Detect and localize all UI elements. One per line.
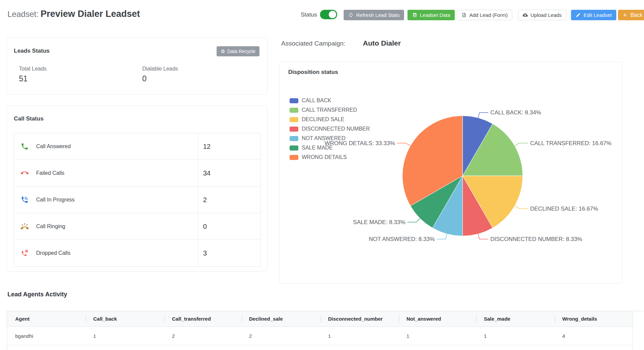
table-cell: 2 xyxy=(242,327,321,345)
pie-slice xyxy=(463,124,523,176)
page-title-prefix: Leadset: xyxy=(7,9,39,19)
call-status-value: 34 xyxy=(198,160,261,187)
call-in-progress-icon xyxy=(21,196,29,204)
dropped-calls-icon xyxy=(21,249,29,257)
button-label: Back xyxy=(630,12,643,18)
pie-label-leader-line xyxy=(515,143,528,146)
leads-status-card: Leads Status ♻ Data Recycle Total Leads … xyxy=(7,37,268,95)
data-recycle-button[interactable]: ♻ Data Recycle xyxy=(217,46,259,56)
columns-panel-strip[interactable]: Columns xyxy=(633,311,644,350)
status-toggle[interactable] xyxy=(320,10,337,19)
legend-item[interactable]: WRONG DETAILS xyxy=(290,154,370,161)
pie-slice xyxy=(463,176,523,228)
pie-label-leader-line xyxy=(397,143,411,146)
table-cell: 1 xyxy=(399,327,476,345)
call-status-value: 2 xyxy=(198,187,261,213)
associated-campaign-label: Associated Campaign: xyxy=(281,40,345,47)
call-answered-icon xyxy=(21,142,29,151)
call-ringing-icon xyxy=(21,222,29,231)
leads-status-title: Leads Status xyxy=(14,48,50,54)
button-label: Edit Leadset xyxy=(584,12,612,18)
call-status-label: Call In Progress xyxy=(36,197,75,203)
legend-swatch xyxy=(290,117,298,122)
legend-item[interactable]: SALE MADE xyxy=(290,144,370,151)
agents-column-header[interactable]: Call_back xyxy=(86,311,165,327)
legend-label: NOT ANSWERED xyxy=(302,135,346,141)
agents-column-header[interactable]: Not_answered xyxy=(399,311,476,327)
legend-swatch xyxy=(290,98,298,103)
button-label: Add Lead (Form) xyxy=(469,12,507,18)
legend-swatch xyxy=(290,155,298,160)
call-status-row: Dropped Calls3 xyxy=(14,240,261,267)
legend-item[interactable]: CALL TRANSFERRED xyxy=(290,107,370,113)
table-cell: 1 xyxy=(321,327,399,345)
disposition-pie-chart: CALL BACK: 8.34%CALL TRANSFERRED: 16.67%… xyxy=(279,62,622,283)
agents-column-header[interactable]: Declined_sale xyxy=(242,311,321,327)
page-title-name: Preview Dialer Leadset xyxy=(41,9,140,19)
total-leads-value: 51 xyxy=(19,74,47,83)
total-leads-label: Total Leads xyxy=(19,66,47,72)
pie-label-leader-line xyxy=(478,234,488,239)
pie-slice xyxy=(402,116,463,206)
table-row-empty xyxy=(7,345,633,350)
call-status-label: Failed Calls xyxy=(36,170,65,176)
legend-item[interactable]: NOT ANSWERED xyxy=(290,135,370,142)
refresh-lead-stats-button[interactable]: Refresh Lead Stats xyxy=(344,10,404,20)
pie-slice xyxy=(463,176,493,236)
upload-leads-button[interactable]: Upload Leads xyxy=(518,10,567,20)
legend-item[interactable]: CALL BACK xyxy=(290,97,370,104)
call-status-title: Call Status xyxy=(14,115,44,122)
table-cell: 2 xyxy=(165,327,242,345)
legend-label: SALE MADE xyxy=(302,145,333,151)
edit-leadset-button[interactable]: Edit Leadset xyxy=(571,10,616,20)
file-plus-icon xyxy=(462,12,467,18)
call-status-label: Dropped Calls xyxy=(36,250,70,256)
pie-label-leader-line xyxy=(437,234,447,239)
pie-slice-label: CALL BACK: 8.34% xyxy=(490,109,541,116)
button-label: Data Recycle xyxy=(227,49,255,54)
lead-agents-activity-title: Lead Agents Activity xyxy=(7,291,67,298)
call-status-label: Call Answered xyxy=(36,143,71,150)
call-status-value: 12 xyxy=(198,133,261,160)
pie-legend: CALL BACKCALL TRANSFERREDDECLINED SALEDI… xyxy=(290,97,370,161)
pencil-icon xyxy=(576,12,581,18)
button-label: Upload Leads xyxy=(530,12,562,18)
call-status-label: Call Ringing xyxy=(36,223,65,230)
pie-slice-label: CALL TRANSFERRED: 16.67% xyxy=(530,140,612,146)
add-lead-form-button[interactable]: Add Lead (Form) xyxy=(457,10,512,20)
legend-label: CALL BACK xyxy=(302,98,331,104)
back-button[interactable]: Back xyxy=(618,10,644,20)
legend-swatch xyxy=(290,136,298,141)
leadset-data-button[interactable]: Leadset Data xyxy=(407,10,455,20)
table-row[interactable]: bgandhi1221114 xyxy=(7,327,633,345)
pie-slice xyxy=(432,176,463,236)
total-leads-stat: Total Leads 51 xyxy=(19,66,47,83)
agents-column-header[interactable]: Wrong_details xyxy=(555,311,633,327)
refresh-icon xyxy=(348,12,353,18)
legend-label: DECLINED SALE xyxy=(302,116,344,123)
disposition-status-title: Disposition status xyxy=(288,69,338,76)
leadset-detail-page: Leadset:Preview Dialer Leadset Status Re… xyxy=(0,0,644,350)
call-status-value: 3 xyxy=(198,240,261,267)
disposition-status-card: Disposition status CALL BACKCALL TRANSFE… xyxy=(279,62,622,284)
agents-column-header[interactable]: Disconnected_number xyxy=(321,311,399,327)
page-title: Leadset:Preview Dialer Leadset xyxy=(7,9,140,19)
table-cell: bgandhi xyxy=(7,327,86,345)
call-status-table: Call Answered12Failed Calls34Call In Pro… xyxy=(14,133,261,267)
pie-slice-label: DISCONNECTED NUMBER: 8.33% xyxy=(490,236,582,242)
agents-column-header[interactable]: Call_transferred xyxy=(165,311,242,327)
call-status-card: Call Status Call Answered12Failed Calls3… xyxy=(7,106,268,272)
pie-slice xyxy=(411,176,463,228)
button-label: Refresh Lead Stats xyxy=(356,12,399,18)
legend-item[interactable]: DECLINED SALE xyxy=(290,116,370,123)
cloud-upload-icon xyxy=(523,12,528,18)
legend-label: CALL TRANSFERRED xyxy=(302,107,357,113)
legend-item[interactable]: DISCONNECTED NUMBER xyxy=(290,126,370,132)
legend-swatch xyxy=(290,145,298,151)
dialable-leads-stat: Dialable Leads 0 xyxy=(142,66,178,83)
call-status-row: Failed Calls34 xyxy=(14,160,261,187)
call-status-value: 0 xyxy=(198,213,261,240)
agents-column-header[interactable]: Sale_made xyxy=(476,311,555,327)
pie-slice-label: DECLINED SALE: 16.67% xyxy=(530,206,598,212)
agents-column-header[interactable]: Agent xyxy=(7,311,86,327)
